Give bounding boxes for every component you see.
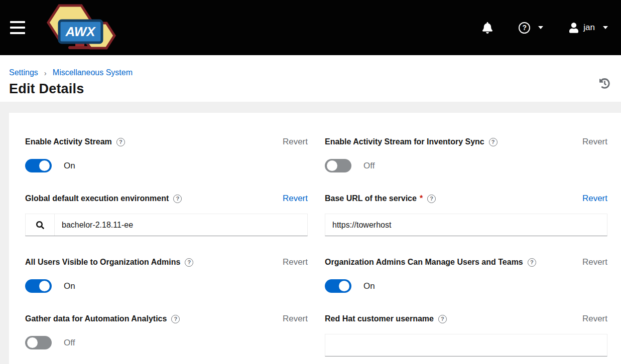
toggle-switch[interactable] [325,279,351,293]
revert-button[interactable]: Revert [283,137,308,147]
revert-button[interactable]: Revert [582,314,607,324]
lookup-search-button[interactable] [26,214,55,236]
revert-button[interactable]: Revert [283,257,308,267]
toggle-state-label: On [363,281,375,291]
page-header: Settings › Miscellaneous System Edit Det… [0,55,621,102]
toggle-switch[interactable] [325,159,351,172]
base-url-input[interactable] [325,214,607,236]
revert-button[interactable]: Revert [283,314,308,324]
field-all-users-visible-to-org-admins: All Users Visible to Organization Admins… [25,256,308,293]
toggle-switch[interactable] [25,159,52,172]
revert-button[interactable]: Revert [582,194,607,204]
toggle-state-label: Off [64,338,75,348]
masthead: AWX ? jan [0,0,621,55]
breadcrumb-link-settings[interactable]: Settings [9,68,38,77]
awx-logo-image: AWX [39,4,119,52]
masthead-actions: ? jan [482,22,608,34]
chevron-down-icon [538,26,543,29]
history-icon [599,78,610,89]
toggle: On [25,159,308,172]
nav-toggle-button[interactable] [10,19,25,36]
toggle-switch[interactable] [25,279,52,293]
toggle-knob [39,160,50,171]
help-icon[interactable]: ? [173,195,182,203]
toggle-knob [327,160,337,171]
hamburger-bar [10,27,25,29]
breadcrumb-separator-icon: › [44,69,47,77]
toggle: Off [325,159,607,172]
content-card: Enable Activity Stream ? Revert On Enabl… [9,113,621,364]
toggle-state-label: On [64,281,75,291]
user-menu-button[interactable]: jan [569,23,608,33]
username: jan [583,23,595,33]
help-icon[interactable]: ? [427,195,436,203]
execution-environment-input[interactable] [55,214,307,236]
toggle: Off [25,336,308,349]
field-label: Global default execution environment [25,194,169,203]
history-button[interactable] [599,78,610,89]
bell-icon [482,22,492,34]
toggle-knob [339,281,349,291]
breadcrumb-link-miscellaneous-system[interactable]: Miscellaneous System [53,68,133,77]
toggle: On [25,279,308,293]
user-icon [569,23,578,33]
text-input-group [325,334,607,356]
revert-button[interactable]: Revert [283,194,308,204]
toggle-knob [27,337,38,348]
logo-text: AWX [65,24,96,39]
field-red-hat-customer-username: Red Hat customer username ? Revert [325,313,607,356]
settings-form: Enable Activity Stream ? Revert On Enabl… [25,136,607,364]
help-icon[interactable]: ? [528,258,536,267]
help-icon[interactable]: ? [185,258,193,267]
toggle-switch[interactable] [25,336,52,349]
field-label: Enable Activity Stream for Inventory Syn… [325,137,484,146]
red-hat-username-input[interactable] [325,334,607,356]
field-base-url-of-the-service: Base URL of the service * ? Revert [325,193,607,236]
field-label: All Users Visible to Organization Admins [25,258,180,267]
search-icon [36,221,44,229]
hamburger-bar [10,32,25,34]
revert-button[interactable]: Revert [582,137,607,147]
toggle-knob [39,281,50,291]
help-icon[interactable]: ? [116,138,125,146]
help-icon[interactable]: ? [489,138,498,146]
field-label: Enable Activity Stream [25,137,112,146]
field-label: Gather data for Automation Analytics [25,314,167,323]
notifications-button[interactable] [482,22,492,34]
chevron-down-icon [603,26,608,29]
toggle-state-label: Off [363,161,375,171]
field-gather-data-automation-analytics: Gather data for Automation Analytics ? R… [25,313,308,356]
toggle: On [325,279,607,293]
toggle-state-label: On [64,161,75,171]
lookup-input-group [25,214,308,236]
page-title: Edit Details [9,81,609,97]
field-label: Organization Admins Can Manage Users and… [325,258,523,267]
field-org-admins-manage-users-teams: Organization Admins Can Manage Users and… [325,256,607,293]
required-asterisk: * [420,194,423,203]
awx-logo[interactable]: AWX [39,4,119,52]
help-icon[interactable]: ? [438,315,447,323]
revert-button[interactable]: Revert [582,257,607,267]
field-label: Red Hat customer username [325,314,434,323]
question-circle-icon: ? [519,22,530,34]
breadcrumb: Settings › Miscellaneous System [9,68,609,77]
field-enable-activity-stream-inventory-sync: Enable Activity Stream for Inventory Syn… [325,136,607,172]
help-icon[interactable]: ? [171,315,180,323]
field-label: Base URL of the service [325,194,417,203]
text-input-group [325,214,607,236]
field-global-default-execution-environment: Global default execution environment ? R… [25,193,308,236]
hamburger-bar [10,21,25,23]
help-menu-button[interactable]: ? [519,22,543,34]
field-enable-activity-stream: Enable Activity Stream ? Revert On [25,136,308,172]
